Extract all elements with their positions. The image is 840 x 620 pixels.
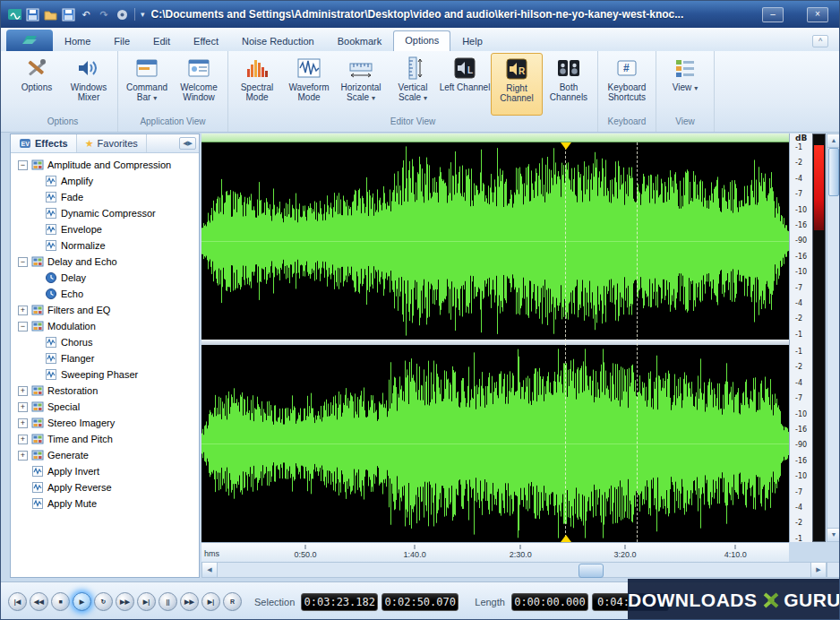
tree-item-sweeping-phaser[interactable]: Sweeping Phaser: [11, 366, 199, 383]
play-button[interactable]: ▶: [73, 592, 91, 611]
right-channel-waveform[interactable]: [201, 345, 789, 542]
fast-forward-button[interactable]: ▶▶: [116, 592, 134, 611]
minimize-button[interactable]: –: [762, 7, 784, 22]
windows-mixer-button[interactable]: Windows Mixer: [63, 53, 115, 114]
vertical-scale-button[interactable]: Vertical Scale ▾: [387, 53, 439, 114]
tree-item-apply-mute[interactable]: Apply Mute: [11, 495, 199, 512]
tree-item-restoration[interactable]: +Restoration: [11, 383, 199, 399]
spectral-mode-button[interactable]: Spectral Mode: [231, 53, 283, 114]
timeline-ruler[interactable]: hms 0:50.01:40.02:30.03:20.04:10.0: [201, 542, 789, 562]
tab-effect[interactable]: Effect: [182, 31, 230, 51]
record-button[interactable]: R: [223, 592, 242, 611]
scroll-up-icon[interactable]: ▲: [827, 134, 840, 148]
undo-icon[interactable]: ↶: [79, 7, 93, 22]
open-icon[interactable]: [43, 7, 57, 22]
expand-toggle[interactable]: +: [18, 418, 28, 428]
selection-start-marker[interactable]: [565, 142, 566, 542]
tree-item-envelope[interactable]: Envelope: [11, 221, 199, 237]
tree-item-echo[interactable]: Echo: [11, 286, 199, 302]
waveform-display[interactable]: [201, 133, 789, 542]
welcome-window-button[interactable]: Welcome Window: [173, 53, 225, 114]
tree-item-delay[interactable]: Delay: [11, 270, 199, 286]
save-icon[interactable]: [25, 7, 39, 22]
horizontal-scroll-thumb[interactable]: [579, 564, 604, 578]
tab-noise-reduction[interactable]: Noise Reduction: [230, 31, 326, 51]
expand-toggle[interactable]: +: [18, 386, 28, 396]
next-marker-button[interactable]: ▶|: [201, 592, 220, 611]
close-button[interactable]: ×: [807, 7, 828, 22]
tab-options[interactable]: Options: [393, 30, 450, 51]
loop-button[interactable]: ↻: [94, 592, 113, 611]
tree-item-label: Amplify: [61, 176, 93, 186]
expand-toggle[interactable]: +: [18, 306, 28, 315]
keyboard-shortcuts-button[interactable]: #Keyboard Shortcuts: [601, 53, 653, 114]
collapse-ribbon-button[interactable]: ^: [812, 35, 828, 47]
collapse-toggle[interactable]: −: [18, 257, 28, 267]
command-bar-button[interactable]: Command Bar ▾: [121, 53, 173, 114]
tree-item-amplitude-and-compression[interactable]: −Amplitude and Compression: [11, 157, 199, 173]
panel-scroll-arrows[interactable]: ◀▶: [179, 137, 196, 150]
stop-button[interactable]: ■: [51, 592, 70, 611]
settings-icon[interactable]: [115, 7, 129, 22]
tree-item-modulation[interactable]: −Modulation: [11, 318, 199, 334]
tree-item-chorus[interactable]: Chorus: [11, 334, 199, 350]
collapse-toggle[interactable]: −: [18, 322, 28, 332]
rewind-button[interactable]: ◀◀: [30, 592, 48, 611]
play-selection-button[interactable]: ▶▶: [180, 592, 199, 611]
tab-file[interactable]: File: [102, 31, 141, 51]
redo-icon[interactable]: ↷: [97, 7, 111, 22]
options-button[interactable]: Options: [11, 53, 63, 114]
go-to-start-button[interactable]: |◀: [8, 592, 27, 611]
ribbon-group-view: View ▾View: [656, 51, 715, 132]
tab-help[interactable]: Help: [450, 31, 494, 51]
expand-toggle[interactable]: +: [18, 435, 28, 444]
left-channel-waveform[interactable]: [201, 142, 789, 340]
overview-bar[interactable]: [201, 133, 789, 142]
tree-item-apply-reverse[interactable]: Apply Reverse: [11, 479, 199, 495]
scroll-right-icon[interactable]: ▶: [810, 563, 826, 577]
tree-item-filters-and-eq[interactable]: +Filters and EQ: [11, 302, 199, 318]
view-button[interactable]: View ▾: [659, 53, 711, 114]
timeline-tick: 4:10.0: [724, 545, 747, 559]
tree-item-flanger[interactable]: Flanger: [11, 350, 199, 366]
scroll-down-icon[interactable]: ▼: [827, 528, 840, 541]
selection-end-marker[interactable]: [637, 142, 638, 542]
tree-item-apply-invert[interactable]: Apply Invert: [11, 463, 199, 479]
tree-item-delay-and-echo[interactable]: −Delay and Echo: [11, 254, 199, 270]
scroll-left-icon[interactable]: ◀: [202, 563, 218, 577]
tree-item-stereo-imagery[interactable]: +Stereo Imagery: [11, 415, 199, 431]
right-channel-button[interactable]: RRight Channel: [491, 53, 543, 116]
horizontal-scale-button[interactable]: Horizontal Scale ▾: [335, 53, 387, 114]
waveform-mode-button[interactable]: Waveform Mode: [283, 53, 335, 114]
tree-item-fade[interactable]: Fade: [11, 189, 199, 205]
tree-item-time-and-pitch[interactable]: +Time and Pitch: [11, 431, 199, 447]
tree-item-dynamic-compressor[interactable]: Dynamic Compressor: [11, 205, 199, 221]
tree-item-special[interactable]: +Special: [11, 399, 199, 415]
collapse-toggle[interactable]: −: [18, 160, 28, 170]
svg-text:#: #: [623, 62, 630, 74]
tree-item-generate[interactable]: +Generate: [11, 447, 199, 463]
expand-toggle[interactable]: +: [18, 451, 28, 461]
tab-home[interactable]: Home: [53, 31, 102, 51]
application-menu-button[interactable]: [6, 30, 53, 51]
selection-marker-top-icon[interactable]: [561, 142, 571, 155]
expand-toggle[interactable]: +: [18, 402, 28, 412]
both-channels-button[interactable]: Both Channels: [543, 53, 595, 114]
vertical-scroll-thumb[interactable]: [828, 148, 839, 196]
normalize-icon: [45, 239, 57, 252]
left-channel-button[interactable]: LLeft Channel: [439, 53, 491, 114]
pause-button[interactable]: ||: [159, 592, 177, 611]
quick-access-dropdown-icon[interactable]: ▾: [141, 10, 145, 19]
titlebar: ↶ ↷ ▾ C:\Documents and Settings\Administ…: [1, 1, 839, 28]
tab-edit[interactable]: Edit: [141, 31, 182, 51]
tab-bookmark[interactable]: Bookmark: [326, 31, 394, 51]
tree-item-amplify[interactable]: Amplify: [11, 173, 199, 189]
horizontal-scrollbar[interactable]: ◀ ▶: [201, 562, 827, 578]
go-to-end-button[interactable]: ▶|: [137, 592, 156, 611]
selection-marker-bottom-icon[interactable]: [561, 530, 571, 542]
save-as-icon[interactable]: [61, 7, 75, 22]
tab-favorites[interactable]: ★ Favorites: [77, 134, 147, 152]
vertical-scrollbar[interactable]: ▲ ▼: [827, 133, 840, 542]
tab-effects[interactable]: EV Effects: [11, 134, 77, 152]
tree-item-normalize[interactable]: Normalize: [11, 237, 199, 254]
